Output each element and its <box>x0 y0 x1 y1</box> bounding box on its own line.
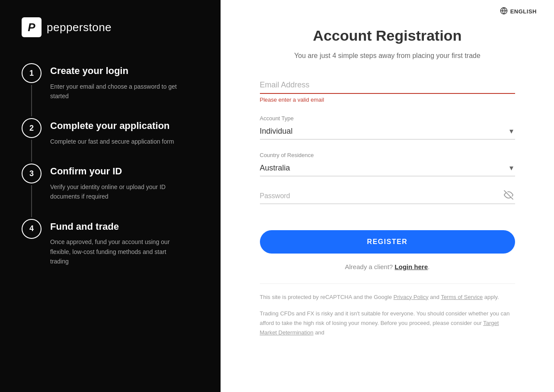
email-input[interactable] <box>260 77 515 93</box>
step-3-title: Confirm your ID <box>50 165 180 178</box>
account-type-label: Account Type <box>260 115 515 122</box>
terms-of-service-link[interactable]: Terms of Service <box>441 294 483 300</box>
step-1-line <box>31 85 32 116</box>
country-select[interactable]: Australia United Kingdom United States <box>260 160 515 176</box>
password-input-wrapper <box>260 189 515 204</box>
language-button[interactable]: ENGLISH <box>500 7 537 16</box>
step-2-line <box>31 140 32 162</box>
svg-text:P: P <box>28 21 35 34</box>
step-2-content: Complete your application Complete our f… <box>50 118 174 164</box>
account-type-select-wrapper: Individual Corporate ▾ <box>260 123 515 140</box>
step-1-content: Create your login Enter your email and c… <box>50 63 180 118</box>
page-title: Account Registration <box>260 27 515 44</box>
step-2-desc: Complete our fast and secure application… <box>50 137 174 146</box>
password-field-group <box>260 189 515 204</box>
step-2-title: Complete your application <box>50 120 174 132</box>
register-button[interactable]: REGISTER <box>260 230 515 254</box>
step-1-desc: Enter your email and choose a password t… <box>50 82 180 101</box>
country-field-group: Country of Residence Australia United Ki… <box>260 152 515 177</box>
page-subtitle: You are just 4 simple steps away from pl… <box>260 50 515 61</box>
eye-hidden-icon[interactable] <box>504 190 513 202</box>
step-3: 3 Confirm your ID Verify your identity o… <box>22 164 199 218</box>
step-4-left: 4 <box>22 219 42 284</box>
left-panel: P pepperstone 1 Create your login Enter … <box>0 0 221 392</box>
section-divider <box>260 283 515 284</box>
step-3-content: Confirm your ID Verify your identity onl… <box>50 164 180 218</box>
step-4-title: Fund and trade <box>50 221 180 233</box>
step-4-desc: Once approved, fund your account using o… <box>50 237 180 266</box>
globe-icon <box>500 7 508 16</box>
email-input-wrapper <box>260 77 515 94</box>
top-bar: ENGLISH <box>238 0 537 23</box>
step-3-line <box>31 185 32 217</box>
step-2-circle: 2 <box>22 118 42 138</box>
country-select-wrapper: Australia United Kingdom United States ▾ <box>260 160 515 177</box>
step-4: 4 Fund and trade Once approved, fund you… <box>22 219 199 284</box>
right-panel: ENGLISH Account Registration You are jus… <box>221 0 554 392</box>
step-3-circle: 3 <box>22 164 42 183</box>
recaptcha-notice: This site is protected by reCAPTCHA and … <box>260 292 515 302</box>
step-4-circle: 4 <box>22 219 42 239</box>
account-type-select[interactable]: Individual Corporate <box>260 123 515 139</box>
privacy-policy-link[interactable]: Privacy Policy <box>394 294 429 300</box>
already-client-text: Already a client? <box>345 263 393 270</box>
step-4-content: Fund and trade Once approved, fund your … <box>50 219 180 284</box>
login-link[interactable]: Login here <box>395 263 428 270</box>
step-3-desc: Verify your identity online or upload yo… <box>50 182 180 202</box>
pepperstone-logo-icon: P <box>22 17 42 37</box>
email-field-group: Please enter a valid email <box>260 77 515 103</box>
step-1-circle: 1 <box>22 63 42 83</box>
account-type-field-group: Account Type Individual Corporate ▾ <box>260 115 515 140</box>
step-1: 1 Create your login Enter your email and… <box>22 63 199 118</box>
step-2-left: 2 <box>22 118 42 164</box>
logo-area: P pepperstone <box>22 17 199 37</box>
risk-notice: Trading CFDs and FX is risky and it isn'… <box>260 309 515 337</box>
password-input[interactable] <box>260 189 515 203</box>
step-1-left: 1 <box>22 63 42 118</box>
language-label: ENGLISH <box>510 8 537 15</box>
step-3-left: 3 <box>22 164 42 218</box>
email-error-message: Please enter a valid email <box>260 96 515 103</box>
form-container: Account Registration You are just 4 simp… <box>260 23 515 355</box>
step-1-title: Create your login <box>50 65 180 77</box>
logo-text: pepperstone <box>47 21 112 34</box>
step-2: 2 Complete your application Complete our… <box>22 118 199 164</box>
steps-list: 1 Create your login Enter your email and… <box>22 63 199 284</box>
already-client-section: Already a client? Login here. <box>260 263 515 270</box>
country-label: Country of Residence <box>260 152 515 158</box>
